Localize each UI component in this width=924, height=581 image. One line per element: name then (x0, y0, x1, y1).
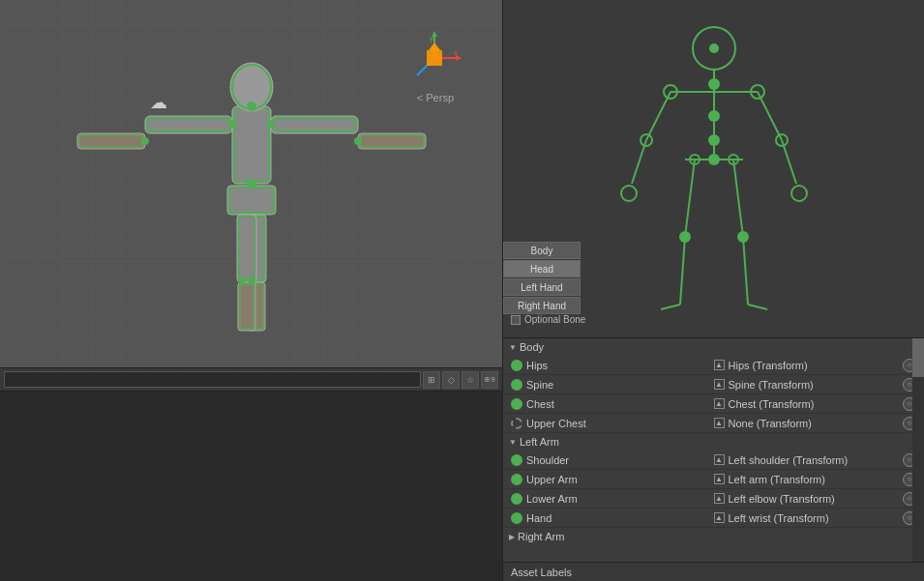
avatar-skeleton (617, 15, 811, 324)
bone-name-lower-arm: Lower Arm (526, 493, 578, 505)
svg-point-68 (708, 154, 720, 165)
bone-transform-chest: Chest (Transform) (729, 398, 815, 410)
svg-point-61 (708, 78, 720, 90)
bone-transform-upper-arm: Left arm (Transform) (729, 474, 825, 485)
svg-line-48 (646, 92, 671, 140)
svg-point-44 (709, 44, 719, 53)
chevron-down-icon: ▼ (509, 343, 517, 352)
optional-bone-label: Optional Bone (524, 314, 585, 325)
scrollbar-thumb[interactable] (912, 338, 924, 377)
tab-head[interactable]: Head (503, 260, 581, 277)
svg-line-55 (685, 160, 695, 237)
avatar-panel: Body Head Left Hand Right Hand Optional … (503, 0, 924, 338)
right-arm-section-label: Right Arm (518, 531, 564, 542)
bone-transform-upper-chest: None (Transform) (729, 418, 812, 429)
bone-transform-shoulder: Left shoulder (Transform) (729, 454, 849, 466)
bone-icon-chest (511, 398, 522, 410)
svg-point-41 (248, 276, 255, 284)
chevron-down-icon-left-arm: ▼ (509, 438, 517, 447)
bone-name-hips: Hips (526, 360, 548, 371)
asset-labels-text: Asset Labels (511, 566, 572, 578)
transform-icon-chest: ▲ (714, 398, 725, 409)
svg-point-72 (737, 231, 749, 243)
bone-name-upper-chest: Upper Chest (526, 418, 586, 429)
transform-icon-lower-arm: ▲ (714, 493, 725, 504)
svg-point-71 (679, 231, 691, 243)
layers-icon[interactable]: ⊕9 (481, 371, 498, 389)
bone-icon-hips (511, 360, 522, 371)
asset-labels-bar: Asset Labels (503, 562, 924, 581)
svg-line-49 (632, 140, 646, 184)
svg-point-40 (141, 137, 149, 145)
left-arm-section-header[interactable]: ▼ Left Arm (503, 433, 924, 450)
table-row: Upper Arm ▲ Left arm (Transform) ○ (503, 470, 924, 489)
svg-line-60 (748, 305, 767, 309)
svg-rect-13 (232, 106, 271, 184)
right-panel: Body Head Left Hand Right Hand Optional … (503, 0, 924, 581)
table-row: Shoulder ▲ Left shoulder (Transform) ○ (503, 450, 924, 470)
bone-transform-hand: Left wrist (Transform) (729, 512, 829, 524)
bone-name-shoulder: Shoulder (526, 454, 569, 466)
viewport-panel: y x < Persp ☁ (0, 0, 503, 581)
tab-bar: Body Head Left Hand Right Hand (503, 242, 581, 315)
table-row: Spine ▲ Spine (Transform) ○ (503, 375, 924, 394)
table-row: Upper Chest ▲ None (Transform) ○ (503, 414, 924, 433)
bone-transform-lower-arm: Left elbow (Transform) (729, 493, 835, 505)
search-input[interactable] (4, 371, 421, 388)
svg-rect-25 (227, 186, 276, 215)
optional-bone-checkbox[interactable] (511, 315, 521, 325)
svg-line-57 (661, 305, 680, 309)
tab-body[interactable]: Body (503, 242, 581, 259)
bone-icon-upper-arm (511, 474, 522, 485)
bone-icon-spine (511, 379, 522, 391)
scrollbar[interactable] (912, 338, 924, 562)
star-icon[interactable]: ☆ (462, 371, 479, 389)
bone-name-upper-arm: Upper Arm (526, 474, 578, 485)
left-arm-section-label: Left Arm (520, 436, 559, 448)
svg-point-66 (708, 110, 720, 122)
svg-point-39 (228, 120, 236, 128)
table-row: Lower Arm ▲ Left elbow (Transform) ○ (503, 489, 924, 508)
skeleton-view (48, 19, 455, 348)
svg-point-42 (238, 276, 246, 284)
svg-line-52 (782, 140, 796, 184)
bone-name-spine: Spine (526, 379, 553, 391)
body-section-label: Body (520, 341, 544, 353)
svg-point-67 (708, 134, 720, 146)
transform-icon-hips: ▲ (714, 360, 725, 370)
svg-rect-31 (237, 215, 256, 282)
viewport-bottom (0, 392, 502, 581)
viewport-toolbar: ⊞ ◇ ☆ ⊕9 (0, 367, 502, 392)
table-row: Hips ▲ Hips (Transform) ○ (503, 356, 924, 375)
diamond-icon[interactable]: ◇ (442, 371, 460, 389)
bone-icon-upper-chest (511, 418, 522, 429)
right-arm-section-header[interactable]: ▶ Right Arm (503, 528, 924, 545)
svg-line-56 (680, 237, 685, 305)
svg-point-37 (267, 120, 275, 128)
transform-icon-upper-chest: ▲ (714, 418, 725, 428)
transform-icon-spine: ▲ (714, 379, 725, 390)
body-section-header[interactable]: ▼ Body (503, 338, 924, 356)
transform-icon-hand: ▲ (714, 512, 725, 523)
transform-icon-upper-arm: ▲ (714, 474, 725, 484)
transform-icon-shoulder: ▲ (714, 454, 725, 465)
svg-line-51 (758, 92, 782, 140)
svg-point-38 (354, 137, 362, 145)
bone-transform-hips: Hips (Transform) (729, 360, 808, 371)
tab-right-hand[interactable]: Right Hand (503, 297, 581, 314)
svg-point-50 (621, 186, 637, 201)
bone-icon-hand (511, 512, 522, 524)
grid-icon[interactable]: ⊞ (423, 371, 440, 389)
chevron-right-icon-right-arm: ▶ (509, 533, 515, 541)
tab-left-hand[interactable]: Left Hand (503, 278, 581, 296)
bone-name-hand: Hand (526, 512, 551, 524)
bone-name-chest: Chest (526, 398, 554, 410)
bone-list-panel[interactable]: ▼ Body Hips ▲ Hips (Transform) ○ Spine ▲… (503, 338, 924, 562)
3d-view[interactable]: y x < Persp ☁ (0, 0, 502, 367)
svg-point-35 (247, 102, 256, 111)
svg-line-59 (743, 237, 748, 305)
bone-icon-shoulder (511, 454, 522, 466)
bone-icon-lower-arm (511, 493, 522, 505)
svg-line-58 (733, 160, 743, 237)
bone-transform-spine: Spine (Transform) (729, 379, 814, 391)
